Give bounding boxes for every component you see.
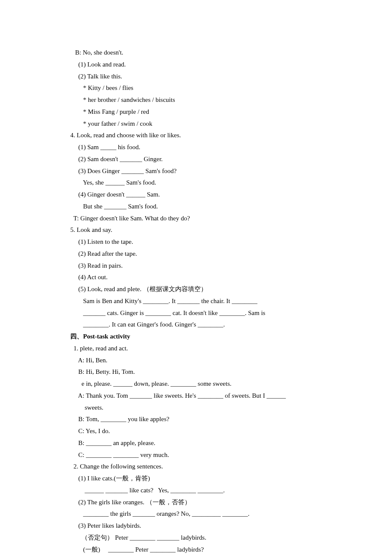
dialogue-line: C: Yes, I do.	[70, 425, 322, 437]
document-page: B: No, she doesn't. (1) Look and read. (…	[0, 0, 392, 555]
instruction-line: (4) Act out.	[70, 272, 322, 283]
dialogue-line: B: No, she doesn't.	[70, 47, 322, 59]
dialogue-line: B: Hi, Betty. Hi, Tom.	[70, 366, 322, 378]
bullet-line: * your father / swim / cook	[70, 118, 322, 130]
bullet-line: * her brother / sandwiches / biscuits	[70, 94, 322, 106]
fill-blank-line: _______ cats. Ginger is ________ cat. It…	[70, 307, 322, 319]
instruction-line: (3) Read in pairs.	[70, 260, 322, 272]
teacher-line: T: Ginger doesn't like Sam. What do they…	[70, 213, 322, 225]
fill-blank-line: e in, please. ______ down, please. _____…	[70, 378, 322, 390]
exercise-line: (1) I like cats.(一般，肯答)	[70, 473, 322, 485]
fill-blank-line: ______ _______ like cats? Yes, ________ …	[70, 485, 322, 497]
fill-blank-line: Sam is Ben and Kitty's ________. It ____…	[70, 295, 322, 307]
fill-blank-line: sweets.	[70, 402, 322, 414]
fill-blank-line: B: Tom, ________ you like apples?	[70, 413, 322, 425]
fill-blank-line: B: ________ an apple, please.	[70, 437, 322, 449]
fill-blank-line: A: Thank you. Tom _______ like sweets. H…	[70, 390, 322, 402]
exercise-heading: 4. Look, read and choose with like or li…	[70, 130, 322, 142]
fill-blank-line: ________. It can eat Ginger's food. Ging…	[70, 319, 322, 331]
fill-blank-line: ________ the girls _______ oranges? No, …	[70, 508, 322, 520]
exercise-line: (2) The girls like oranges. （一般，否答）	[70, 497, 322, 509]
fill-blank-line: (一般) ________ Peter ________ ladybirds?	[70, 544, 322, 555]
exercise-heading: 1. plete, read and act.	[70, 343, 322, 355]
fill-blank-line: Yes, she ______ Sam's food.	[70, 177, 322, 189]
exercise-heading: 2. Change the following sentences.	[70, 461, 322, 473]
instruction-line: (5) Look, read and plete. （根据课文内容填空）	[70, 283, 322, 295]
fill-blank-line: (2) Sam doesn't _______ Ginger.	[70, 153, 322, 165]
dialogue-line: A: Hi, Ben.	[70, 355, 322, 367]
fill-blank-line: （否定句） Peter ________ _______ ladybirds.	[70, 532, 322, 544]
fill-blank-line: But she _______ Sam's food.	[70, 201, 322, 213]
instruction-line: (2) Talk like this.	[70, 71, 322, 83]
section-title: 四、Post-task activity	[70, 331, 322, 343]
fill-blank-line: (4) Ginger doesn't ______ Sam.	[70, 189, 322, 201]
instruction-line: (1) Listen to the tape.	[70, 236, 322, 248]
fill-blank-line: C: ________ ________ very much.	[70, 449, 322, 461]
bullet-line: * Kitty / bees / flies	[70, 82, 322, 94]
fill-blank-line: (3) Does Ginger _______ Sam's food?	[70, 165, 322, 177]
fill-blank-line: (1) Sam _____ his food.	[70, 142, 322, 153]
exercise-heading: 5. Look and say.	[70, 224, 322, 236]
bullet-line: * Miss Fang / purple / red	[70, 106, 322, 118]
instruction-line: (2) Read after the tape.	[70, 248, 322, 260]
instruction-line: (1) Look and read.	[70, 59, 322, 71]
exercise-line: (3) Peter likes ladybirds.	[70, 520, 322, 532]
